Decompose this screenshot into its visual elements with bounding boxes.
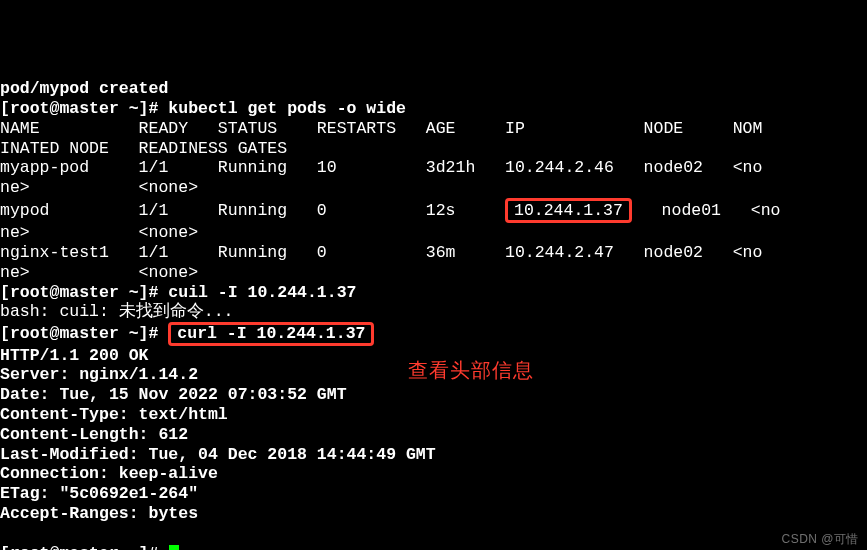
table-row: ne> <none> — [0, 223, 198, 242]
shell-prompt: [root@master ~]# — [0, 544, 168, 550]
http-response-line: Server: nginx/1.14.2 — [0, 365, 198, 384]
terminal[interactable]: pod/mypod created [root@master ~]# kubec… — [0, 79, 867, 550]
http-response-line: Content-Length: 612 — [0, 425, 188, 444]
http-response-line: HTTP/1.1 200 OK — [0, 346, 149, 365]
table-row: mypod 1/1 Running 0 12s — [0, 201, 505, 220]
highlighted-ip: 10.244.1.37 — [505, 198, 632, 223]
http-response-line: Accept-Ranges: bytes — [0, 504, 198, 523]
command-text: cuil -I 10.244.1.37 — [168, 283, 356, 302]
command-text: kubectl get pods -o wide — [168, 99, 406, 118]
table-header-cont: INATED NODE READINESS GATES — [0, 139, 287, 158]
cursor[interactable] — [169, 545, 179, 550]
http-response-line: Connection: keep-alive — [0, 464, 218, 483]
error-line: bash: cuil: 未找到命令... — [0, 302, 234, 321]
table-row: nginx-test1 1/1 Running 0 36m 10.244.2.4… — [0, 243, 762, 262]
http-response-line: ETag: "5c0692e1-264" — [0, 484, 198, 503]
table-row: myapp-pod 1/1 Running 10 3d21h 10.244.2.… — [0, 158, 762, 177]
shell-prompt: [root@master ~]# — [0, 99, 168, 118]
table-header: NAME READY STATUS RESTARTS AGE IP NODE N… — [0, 119, 762, 138]
annotation-label: 查看头部信息 — [408, 358, 534, 382]
http-response-line: Content-Type: text/html — [0, 405, 228, 424]
output-line: pod/mypod created — [0, 79, 168, 98]
table-row: node01 <no — [632, 201, 781, 220]
table-row: ne> <none> — [0, 263, 198, 282]
http-response-line: Last-Modified: Tue, 04 Dec 2018 14:44:49… — [0, 445, 436, 464]
shell-prompt: [root@master ~]# — [0, 324, 168, 343]
http-response-line: Date: Tue, 15 Nov 2022 07:03:52 GMT — [0, 385, 347, 404]
highlighted-command: curl -I 10.244.1.37 — [168, 322, 374, 345]
table-row: ne> <none> — [0, 178, 198, 197]
watermark: CSDN @可惜 — [781, 532, 859, 546]
shell-prompt: [root@master ~]# — [0, 283, 168, 302]
